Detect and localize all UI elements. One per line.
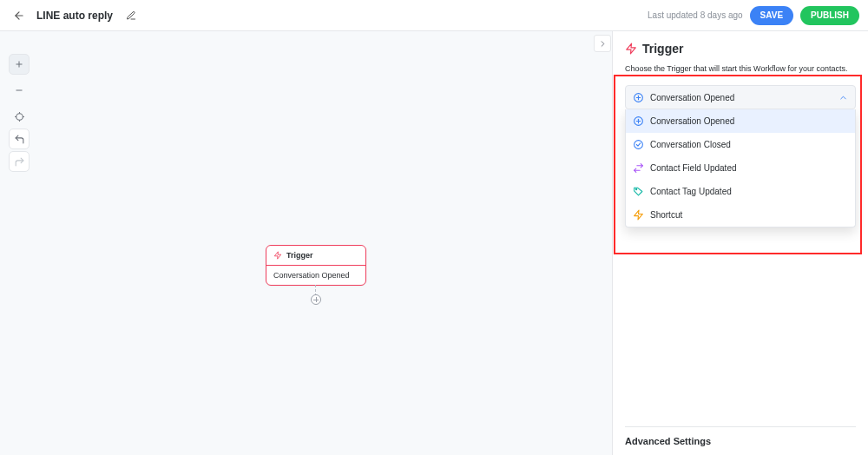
trigger-select[interactable]: Conversation Opened: [625, 85, 856, 109]
back-button[interactable]: [9, 5, 30, 26]
undo-button[interactable]: [9, 129, 30, 149]
panel-title-text: Trigger: [642, 42, 683, 56]
redo-icon: [14, 156, 25, 168]
check-circle-icon: [633, 139, 644, 150]
option-label: Shortcut: [650, 210, 682, 220]
crosshair-icon: [14, 111, 25, 122]
swap-icon: [633, 162, 644, 174]
plus-icon: [14, 59, 24, 69]
node-connector: [311, 285, 321, 307]
main-area: Trigger Conversation Opened Trigger Choo…: [0, 31, 868, 455]
arrow-left-icon: [13, 10, 25, 22]
trigger-select-value: Conversation Opened: [650, 93, 734, 102]
undo-icon: [14, 134, 25, 145]
page-title: LINE auto reply: [36, 10, 113, 22]
history-toolbar: [9, 129, 30, 172]
zoom-in-button[interactable]: [9, 54, 30, 75]
add-step-button[interactable]: [311, 294, 321, 305]
top-right-group: Last updated 8 days ago SAVE PUBLISH: [648, 6, 859, 25]
option-contact-tag-updated[interactable]: Contact Tag Updated: [626, 180, 855, 203]
panel-title: Trigger: [625, 42, 856, 56]
advanced-settings-header[interactable]: Advanced Settings: [625, 426, 856, 446]
trigger-node-body: Conversation Opened: [266, 266, 365, 285]
trigger-node-header: Trigger: [266, 246, 365, 265]
bolt-icon: [633, 209, 644, 221]
zoom-toolbar: [9, 54, 30, 127]
option-label: Conversation Closed: [650, 140, 731, 149]
trigger-dropdown: Conversation Opened Conversation Closed …: [625, 109, 856, 228]
svg-point-4: [16, 113, 23, 120]
plus-circle-icon: [633, 92, 644, 103]
collapse-panel-button[interactable]: [594, 35, 611, 52]
zoom-out-button[interactable]: [9, 80, 30, 101]
bolt-icon: [273, 251, 282, 260]
svg-point-17: [635, 141, 643, 149]
option-shortcut[interactable]: Shortcut: [626, 203, 855, 227]
chevron-up-icon: [838, 93, 848, 102]
minus-icon: [14, 85, 24, 96]
save-button[interactable]: SAVE: [750, 6, 794, 25]
option-label: Conversation Opened: [650, 116, 734, 126]
trigger-panel: Trigger Choose the Trigger that will sta…: [612, 31, 868, 455]
bolt-icon: [625, 43, 637, 55]
option-label: Contact Tag Updated: [650, 187, 732, 196]
last-updated-label: Last updated 8 days ago: [648, 10, 743, 20]
redo-button[interactable]: [9, 151, 30, 172]
option-contact-field-updated[interactable]: Contact Field Updated: [626, 156, 855, 180]
trigger-node[interactable]: Trigger Conversation Opened: [266, 245, 366, 286]
recenter-button[interactable]: [9, 106, 30, 127]
svg-marker-21: [635, 210, 643, 220]
svg-point-20: [635, 188, 636, 189]
top-bar: LINE auto reply Last updated 8 days ago …: [0, 0, 868, 31]
svg-marker-10: [627, 43, 636, 54]
option-label: Contact Field Updated: [650, 163, 737, 173]
option-conversation-opened[interactable]: Conversation Opened: [626, 109, 855, 133]
workflow-canvas[interactable]: Trigger Conversation Opened: [0, 31, 612, 455]
edit-title-button[interactable]: [122, 6, 141, 25]
publish-button[interactable]: PUBLISH: [800, 6, 859, 25]
pencil-icon: [126, 10, 136, 21]
tag-icon: [633, 186, 644, 197]
chevron-right-icon: [598, 39, 608, 49]
trigger-node-title: Trigger: [286, 251, 313, 260]
svg-marker-9: [274, 252, 281, 259]
option-conversation-closed[interactable]: Conversation Closed: [626, 133, 855, 156]
plus-circle-icon: [633, 115, 644, 127]
panel-description: Choose the Trigger that will start this …: [625, 64, 856, 73]
